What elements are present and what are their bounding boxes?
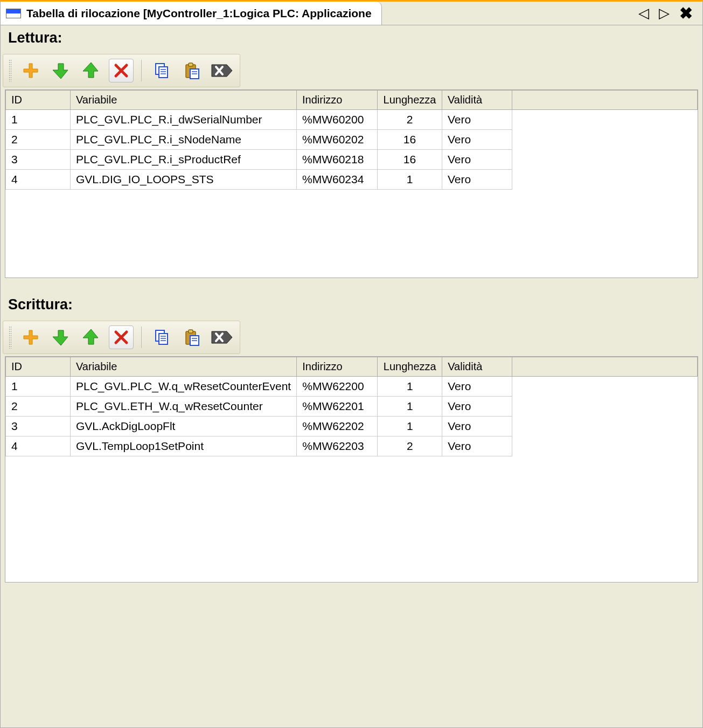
cell-variable[interactable]: GVL.TempLoop1SetPoint [71,436,297,456]
copy-button[interactable] [149,59,174,82]
write-toolbar [3,321,240,354]
cell-length[interactable]: 1 [378,170,442,190]
move-down-button[interactable] [48,59,73,82]
table-row[interactable]: 3PLC_GVL.PLC_R.i_sProductRef%MW6021816Ve… [6,150,698,170]
cell-variable[interactable]: PLC_GVL.ETH_W.q_wResetCounter [71,397,297,417]
toolbar-separator [141,60,142,81]
cell-variable[interactable]: PLC_GVL.PLC_R.i_sProductRef [71,150,297,170]
cell-length[interactable]: 16 [378,150,442,170]
write-table[interactable]: ID Variabile Indirizzo Lunghezza Validit… [5,357,698,456]
col-address[interactable]: Indirizzo [297,91,378,110]
cell-validity[interactable]: Vero [442,130,512,150]
cell-address[interactable]: %MW62200 [297,377,378,397]
svg-rect-6 [189,63,193,66]
cell-length[interactable]: 2 [378,436,442,456]
read-table[interactable]: ID Variabile Indirizzo Lunghezza Validit… [5,90,698,190]
clear-button[interactable] [210,325,234,349]
cell-validity[interactable]: Vero [442,110,512,130]
move-up-button[interactable] [79,325,103,349]
cell-address[interactable]: %MW62201 [297,397,378,417]
table-row[interactable]: 1PLC_GVL.PLC_W.q_wResetCounterEvent%MW62… [6,377,698,397]
app-icon [6,9,21,18]
arrow-down-icon [52,328,70,346]
col-variable[interactable]: Variabile [71,357,297,377]
cell-variable[interactable]: PLC_GVL.PLC_W.q_wResetCounterEvent [71,377,297,397]
paste-icon [183,61,201,80]
cell-id[interactable]: 2 [6,397,71,417]
cell-variable[interactable]: PLC_GVL.PLC_R.i_dwSerialNumber [71,110,297,130]
toolbar-grip [9,326,12,349]
col-variable[interactable]: Variabile [71,91,297,110]
cell-variable[interactable]: GVL.AckDigLoopFlt [71,417,297,436]
col-validity[interactable]: Validità [442,91,512,110]
next-tab-icon[interactable]: ▷ [659,5,670,22]
cell-validity[interactable]: Vero [442,170,512,190]
cell-length[interactable]: 1 [378,377,442,397]
move-up-button[interactable] [79,59,103,82]
plus-icon [22,61,40,80]
cell-validity[interactable]: Vero [442,150,512,170]
read-section-title: Lettura: [1,25,702,54]
add-button[interactable] [18,325,43,349]
copy-button[interactable] [149,325,174,349]
table-row[interactable]: 3GVL.AckDigLoopFlt%MW622021Vero [6,417,698,436]
col-length[interactable]: Lunghezza [378,357,442,377]
cell-id[interactable]: 1 [6,377,71,397]
move-down-button[interactable] [48,325,73,349]
cell-address[interactable]: %MW60218 [297,150,378,170]
cell-address[interactable]: %MW62202 [297,417,378,436]
table-header-row: ID Variabile Indirizzo Lunghezza Validit… [6,91,698,110]
copy-icon [152,61,171,80]
tabbar-controls: ◁ ▷ ✖ [638,4,702,23]
svg-rect-11 [159,334,168,344]
delete-button[interactable] [109,59,134,82]
table-row[interactable]: 1PLC_GVL.PLC_R.i_dwSerialNumber%MW602002… [6,110,698,130]
table-row[interactable]: 4GVL.TempLoop1SetPoint%MW622032Vero [6,436,698,456]
copy-icon [152,328,171,346]
col-validity[interactable]: Validità [442,357,512,377]
plus-icon [22,328,40,346]
col-spacer [512,357,698,377]
clear-button[interactable] [210,59,234,82]
paste-button[interactable] [179,59,204,82]
cell-validity[interactable]: Vero [442,436,512,456]
cell-id[interactable]: 4 [6,170,71,190]
col-address[interactable]: Indirizzo [297,357,378,377]
delete-button[interactable] [109,325,134,349]
cell-id[interactable]: 3 [6,150,71,170]
tab-title: Tabella di rilocazione [MyController_1:L… [26,7,372,20]
paste-button[interactable] [179,325,204,349]
cell-id[interactable]: 2 [6,130,71,150]
toolbar-grip [9,59,12,82]
cell-length[interactable]: 1 [378,397,442,417]
cell-validity[interactable]: Vero [442,397,512,417]
cell-id[interactable]: 1 [6,110,71,130]
cell-address[interactable]: %MW60202 [297,130,378,150]
tab-relocation-table[interactable]: Tabella di rilocazione [MyController_1:L… [1,2,382,25]
col-length[interactable]: Lunghezza [378,91,442,110]
table-row[interactable]: 2PLC_GVL.PLC_R.i_sNodeName%MW6020216Vero [6,130,698,150]
col-spacer [512,91,698,110]
cell-variable[interactable]: PLC_GVL.PLC_R.i_sNodeName [71,130,297,150]
cell-id[interactable]: 3 [6,417,71,436]
paste-icon [183,328,201,346]
add-button[interactable] [18,59,43,82]
cell-length[interactable]: 16 [378,130,442,150]
cell-address[interactable]: %MW62203 [297,436,378,456]
cell-length[interactable]: 2 [378,110,442,130]
cell-length[interactable]: 1 [378,417,442,436]
cell-address[interactable]: %MW60234 [297,170,378,190]
table-row[interactable]: 2PLC_GVL.ETH_W.q_wResetCounter%MW622011V… [6,397,698,417]
col-id[interactable]: ID [6,357,71,377]
col-id[interactable]: ID [6,91,71,110]
cell-validity[interactable]: Vero [442,417,512,436]
cell-validity[interactable]: Vero [442,377,512,397]
close-icon[interactable]: ✖ [679,4,693,23]
prev-tab-icon[interactable]: ◁ [638,5,649,22]
table-row[interactable]: 4GVL.DIG_IO_LOOPS_STS%MW602341Vero [6,170,698,190]
cell-variable[interactable]: GVL.DIG_IO_LOOPS_STS [71,170,297,190]
cell-address[interactable]: %MW60200 [297,110,378,130]
cell-id[interactable]: 4 [6,436,71,456]
clear-tag-icon [210,61,234,80]
read-toolbar [3,54,240,87]
